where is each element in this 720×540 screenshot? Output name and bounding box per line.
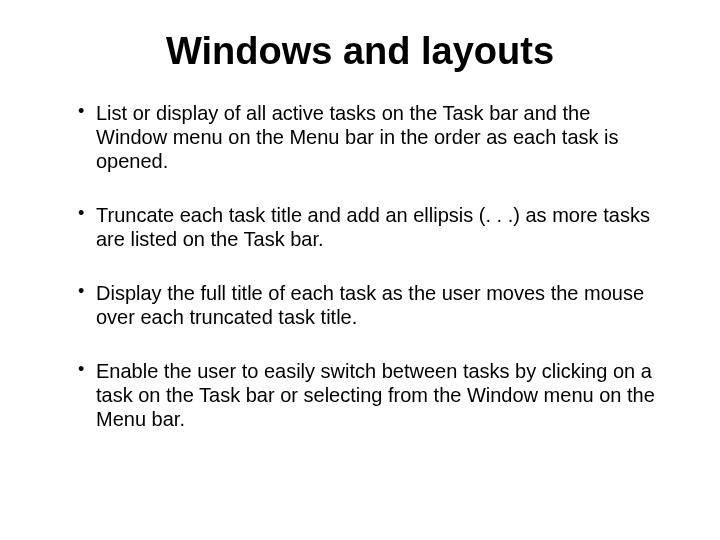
list-item: Truncate each task title and add an elli… [78,203,660,251]
slide-title: Windows and layouts [60,30,660,73]
bullet-list: List or display of all active tasks on t… [60,101,660,431]
list-item: Enable the user to easily switch between… [78,359,660,431]
list-item: Display the full title of each task as t… [78,281,660,329]
list-item: List or display of all active tasks on t… [78,101,660,173]
